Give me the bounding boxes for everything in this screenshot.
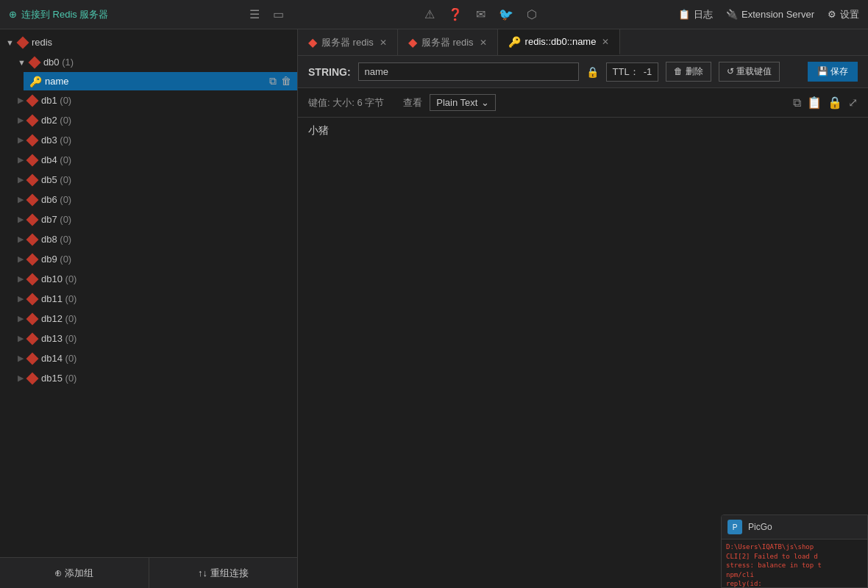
copy-icon[interactable]: ⧉ [269,75,277,87]
settings-label: 设置 [840,8,859,21]
chevron-down-icon-db0: ▼ [18,58,26,67]
ttl-group: TTL： -1 [606,62,659,82]
view-select[interactable]: Plain Text ⌄ [430,94,496,111]
sidebar-db12[interactable]: ▶ db12 (0) [12,309,297,329]
sidebar-db10[interactable]: ▶ db10 (0) [12,269,297,289]
db1-icon [26,94,39,107]
key-actions: ⧉ 🗑 [269,75,291,87]
db0-group: ▼ db0 (1) 🔑 name ⧉ 🗑 [0,52,297,90]
twitter-icon[interactable]: 🐦 [499,7,513,21]
tab-server-label-2: 服务器 redis [421,36,474,49]
sidebar-tree: ▼ redis ▼ db0 (1) 🔑 name [0,29,297,557]
log-button[interactable]: 📋 日志 [678,8,713,21]
sidebar-db0[interactable]: ▼ db0 (1) [12,52,297,72]
reconnect-button[interactable]: ↑↓ 重组连接 [149,558,298,588]
tab-key-name[interactable]: 🔑 redis::db0::name ✕ [498,29,621,55]
chevron-right-icon: ▶ [18,96,24,105]
sidebar-db11[interactable]: ▶ db11 (0) [12,289,297,309]
tab-server-2[interactable]: ◆ 服务器 redis ✕ [398,29,498,55]
extension-icon: 🔌 [726,9,738,20]
lock-icon-meta[interactable]: 🔒 [828,96,842,110]
picgo-line1: D:\Users\IQATB\js\shop [726,542,863,552]
reload-button[interactable]: ↺ 重载键值 [719,62,780,82]
main-layout: ▼ redis ▼ db0 (1) 🔑 name [0,29,868,588]
db0-icon [28,56,40,68]
picgo-icon: P [728,520,742,534]
warning-icon[interactable]: ⚠ [424,7,435,21]
tab-close-key[interactable]: ✕ [602,37,609,47]
redis-icon [16,36,29,49]
sidebar-db2[interactable]: ▶ db2 (0) [12,110,297,130]
sidebar-db5[interactable]: ▶ db5 (0) [12,170,297,190]
save-button[interactable]: 💾 保存 [808,62,858,82]
copy-icon-meta[interactable]: ⧉ [793,96,801,110]
sidebar-db8[interactable]: ▶ db8 (0) [12,229,297,249]
db5-label: db5 (0) [41,174,71,185]
sidebar-db9[interactable]: ▶ db9 (0) [12,249,297,269]
sidebar-db15[interactable]: ▶ db15 (0) [12,368,297,388]
db0-keys: 🔑 name ⧉ 🗑 [12,72,297,90]
sidebar-key-name[interactable]: 🔑 name ⧉ 🗑 [24,72,297,90]
db8-icon [26,233,39,245]
sidebar-db13[interactable]: ▶ db13 (0) [12,329,297,348]
chevron-select-icon: ⌄ [481,97,489,108]
chevron-right-icon: ▶ [18,334,24,343]
key-header: STRING: 🔒 TTL： -1 🗑 删除 ↺ 重载键值 💾 保存 [298,56,868,88]
db15-label: db15 (0) [41,373,77,384]
db2-label: db2 (0) [41,115,71,126]
ttl-value: -1 [644,66,652,77]
picgo-line3: stress: balance in top t [726,561,863,570]
help-icon[interactable]: ❓ [448,7,463,21]
picgo-line2: CLI[2] Failed to load d [726,552,863,562]
db12-label: db12 (0) [41,313,77,324]
chevron-right-icon: ▶ [18,294,24,304]
connect-label: 连接到 Redis 服务器 [21,8,108,21]
db5-icon [26,173,39,186]
chevron-right-icon: ▶ [18,135,24,145]
github-icon[interactable]: ⬡ [527,7,537,21]
sidebar-db3[interactable]: ▶ db3 (0) [12,130,297,150]
add-group-button[interactable]: ⊕ 添加组 [0,558,149,588]
db2-icon [26,114,39,126]
chevron-down-icon: ▼ [6,38,14,47]
delete-button[interactable]: 🗑 删除 [666,62,711,82]
settings-icon: ⚙ [828,9,836,20]
menu-icon[interactable]: ☰ [249,7,260,21]
tab-server-1[interactable]: ◆ 服务器 redis ✕ [298,29,398,55]
delete-icon[interactable]: 🗑 [281,75,291,87]
picgo-popup[interactable]: P PicGo D:\Users\IQATB\js\shop CLI[2] Fa… [721,514,868,588]
chevron-right-icon: ▶ [18,354,24,363]
key-name-input[interactable] [358,62,579,81]
connect-button[interactable]: ⊕ 连接到 Redis 服务器 [9,8,108,21]
key-meta: 键值: 大小: 6 字节 查看 Plain Text ⌄ ⧉ 📋 🔒 ⤢ [298,88,868,118]
key-size-label: 键值: 大小: 6 字节 [308,96,384,110]
tab-close-2[interactable]: ✕ [480,37,487,48]
send-icon[interactable]: ✉ [476,7,485,21]
redis-root-label: redis [32,37,52,48]
view-label: 查看 [403,96,422,110]
extension-server-label: Extension Server [741,9,814,20]
tab-close-1[interactable]: ✕ [380,37,387,48]
db9-icon [26,253,39,265]
value-textarea[interactable]: 小猪 [308,123,858,476]
key-tab-icon: 🔑 [508,36,521,48]
plus-icon: ⊕ [9,9,17,20]
db6-label: db6 (0) [41,194,71,205]
db9-label: db9 (0) [41,254,71,265]
sidebar-db7[interactable]: ▶ db7 (0) [12,209,297,229]
sidebar-db4[interactable]: ▶ db4 (0) [12,150,297,170]
extension-server-button[interactable]: 🔌 Extension Server [726,9,814,20]
chevron-right-icon: ▶ [18,155,24,165]
sidebar-root-redis[interactable]: ▼ redis [0,32,297,52]
tab-key-label: redis::db0::name [525,36,597,47]
log-label: 日志 [694,8,713,21]
sidebar: ▼ redis ▼ db0 (1) 🔑 name [0,29,298,588]
paste-icon-meta[interactable]: 📋 [807,96,822,110]
sidebar-db14[interactable]: ▶ db14 (0) [12,348,297,368]
sidebar-db6[interactable]: ▶ db6 (0) [12,190,297,209]
window-icon[interactable]: ▭ [273,7,284,21]
settings-button[interactable]: ⚙ 设置 [828,8,859,21]
expand-icon-meta[interactable]: ⤢ [848,96,858,110]
db1-label: db1 (0) [41,95,71,106]
sidebar-db1[interactable]: ▶ db1 (0) [12,90,297,110]
